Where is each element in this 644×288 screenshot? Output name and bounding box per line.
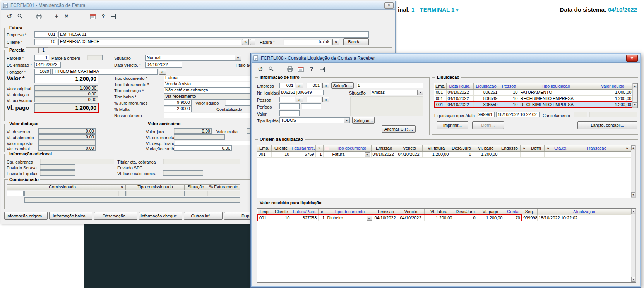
column-header[interactable]: Desc/Juro (450, 145, 473, 151)
cell[interactable]: 1 (318, 215, 326, 221)
undo-button[interactable]: ↺ (256, 65, 265, 73)
table-row[interactable]: 00104/10/202280654910RECEBIMENTO EMPRESA… (435, 95, 633, 102)
column-header[interactable]: Dofni (528, 145, 544, 151)
cell[interactable]: 04/10/2022 (371, 151, 397, 157)
column-header[interactable]: % Faturamento (207, 184, 240, 190)
cell[interactable]: 04/10/2022 (397, 151, 422, 157)
close-button[interactable]: ✕ (626, 55, 638, 62)
scrollbar[interactable]: ▲ ▼ (632, 83, 637, 108)
column-header[interactable]: Atualização (537, 209, 631, 215)
cell[interactable]: 806549 (473, 95, 499, 102)
column-header[interactable]: Emp. (258, 209, 272, 215)
cell[interactable]: 1.200,00 (593, 102, 633, 108)
cell[interactable]: ▼Dinheiro (326, 215, 373, 221)
cell[interactable]: ▼Fatura (331, 151, 371, 157)
column-header[interactable]: Liquidação (473, 83, 499, 89)
liquidacao-oper-field[interactable]: 999991 (477, 112, 495, 117)
table-row[interactable]: 0011057591▼Fatura04/10/202204/10/20221.2… (257, 151, 631, 157)
cell[interactable]: 806251 (473, 89, 499, 95)
column-header[interactable]: Endosso (499, 145, 520, 151)
cliente-extra-button[interactable] (250, 39, 255, 45)
column-header[interactable]: Desc/Juro (454, 209, 477, 215)
data-vencto-field[interactable]: 04/10/2022 (145, 62, 182, 68)
portador-code-field[interactable]: 1020 (34, 69, 51, 75)
cell[interactable]: 001 (435, 95, 446, 102)
column-header[interactable]: » (623, 145, 631, 151)
column-header[interactable]: Cliente (271, 145, 291, 151)
column-header[interactable]: Vl. fatura (422, 145, 450, 151)
table-row[interactable]: 001103270531▼Dinheiro04/10/202204/10/202… (258, 215, 631, 221)
column-header[interactable]: Vl. pago (473, 145, 499, 151)
cell[interactable] (623, 151, 631, 157)
undo-button[interactable]: ↺ (5, 12, 14, 21)
column-header[interactable]: Conta (504, 209, 522, 215)
column-header[interactable]: Transação (570, 145, 623, 151)
search-button[interactable] (16, 12, 24, 21)
outras-inf-button[interactable]: Outras inf. ... (184, 212, 223, 220)
cell[interactable]: 1.000,00 (593, 89, 633, 95)
cell[interactable]: 5759 (291, 151, 315, 157)
cell[interactable]: 1.200,00 (593, 95, 633, 102)
print-button[interactable] (286, 65, 294, 73)
empresa-from-lookup-button[interactable]: » (296, 83, 303, 88)
tipo-liquidacao-select[interactable]: TODOS ▼ (279, 117, 350, 123)
column-header[interactable]: Tipo liquidação (519, 83, 593, 89)
periodo-from-field[interactable] (279, 103, 300, 109)
cell[interactable]: 1.200,00 (473, 151, 499, 157)
cell[interactable]: 04/10/2022 (446, 102, 473, 108)
column-header[interactable]: Valor líquido (593, 83, 633, 89)
fatura-number-field[interactable]: 5.759 (283, 39, 331, 45)
pessoa-from-lookup-button[interactable]: » (296, 97, 303, 102)
cell[interactable]: 04/10/2022 (446, 89, 473, 95)
terminal-value[interactable]: 1 - TERMINAL 1 (411, 6, 454, 13)
scrollbar[interactable]: ▲ ▼ (631, 145, 636, 198)
selecao-empresa-button[interactable]: Seleção... (331, 82, 354, 89)
chevron-down-icon[interactable]: ▾ (456, 8, 459, 12)
dropdown-arrow-icon[interactable]: ▼ (235, 55, 241, 60)
dt-emissao-field[interactable]: 04/10/2022 (34, 62, 61, 68)
column-header[interactable]: Vl. pago (477, 209, 504, 215)
cell[interactable]: 10 (499, 89, 519, 95)
column-header[interactable]: » (315, 145, 323, 151)
column-header[interactable]: Comissionado (7, 184, 118, 190)
informacao-origem-button[interactable]: Informação origem... (4, 212, 48, 220)
dropdown-arrow-icon[interactable]: ▼ (417, 90, 423, 95)
observacao-button[interactable]: Observação... (94, 212, 137, 220)
parcela-tab[interactable]: 1 (38, 47, 48, 53)
title-bar[interactable]: FCRFL008 - Consulta Liquidação de Contas… (252, 54, 640, 63)
cell[interactable] (520, 151, 528, 157)
cell[interactable]: 001 (435, 89, 446, 95)
dropdown-arrow-icon[interactable]: ▼ (365, 152, 370, 157)
help-button[interactable]: ? (99, 12, 108, 21)
cell[interactable]: 001 (435, 102, 446, 108)
parcela-field[interactable]: 1 (34, 55, 49, 61)
column-header[interactable]: » (520, 145, 528, 151)
imprimir-button[interactable]: Imprimir... (437, 121, 468, 129)
selecao-tipo-button[interactable]: Seleção... (352, 117, 375, 124)
column-header[interactable]: » (118, 184, 126, 190)
cell[interactable]: 04/10/2022 (373, 215, 399, 221)
cell[interactable]: 1 (315, 151, 323, 157)
column-header[interactable]: Vl. fatura (424, 209, 454, 215)
valor-field[interactable]: 1.200,00 (34, 74, 98, 83)
column-header[interactable]: Cliente (272, 209, 291, 215)
column-header[interactable] (323, 145, 331, 151)
column-header[interactable]: » (318, 209, 326, 215)
cell[interactable]: 10 (271, 151, 291, 157)
table-row[interactable]: 00104/10/202280625110FATURAMENTO1.000,00 (435, 89, 633, 95)
empresa-from-field[interactable]: 001 (279, 83, 295, 88)
search-button[interactable] (267, 65, 276, 73)
cell[interactable]: 10 (272, 215, 291, 221)
empresa-code-field[interactable]: 001 (34, 31, 57, 38)
cliente-code-field[interactable]: 10 (34, 39, 57, 45)
scroll-up-button[interactable]: ▲ (631, 209, 635, 214)
column-header[interactable]: » (544, 145, 552, 151)
lancto-contabil-button[interactable]: Lançto. contábil... (577, 121, 637, 129)
column-header[interactable]: Vencto (397, 145, 422, 151)
informacao-cheque-button[interactable]: Informação cheque... (139, 212, 182, 220)
periodo-to-field[interactable] (301, 103, 321, 109)
empresa-to-field[interactable]: 001 (306, 83, 321, 88)
column-header[interactable]: Data liquid. (446, 83, 473, 89)
scroll-up-button[interactable]: ▲ (631, 145, 635, 150)
terminal-selector[interactable]: inal: 1 - TERMINAL 1 ▾ (398, 6, 458, 13)
